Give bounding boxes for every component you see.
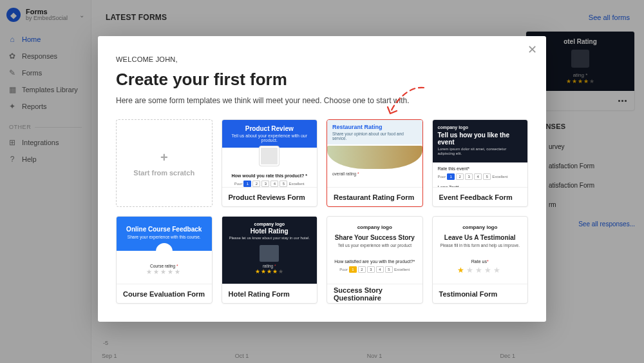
image-icon <box>260 146 279 166</box>
image-icon <box>156 243 173 260</box>
card-label: Course Evaluation Form <box>117 284 212 303</box>
card-label: Event Feedback Form <box>433 187 528 206</box>
annotation-arrow-icon <box>385 85 430 121</box>
preview-title: Tell us how you like the event <box>438 132 523 146</box>
template-success-story[interactable]: company logo Share Your Success Story Te… <box>327 216 423 304</box>
preview-question: rating <box>263 264 276 268</box>
preview-logo: company logo <box>438 125 523 130</box>
preview-title: Hotel Rating <box>226 228 314 235</box>
preview-question: Long Text* <box>433 180 464 187</box>
scratch-label: Start from scratch <box>133 169 194 177</box>
preview-title: Leave Us A Testimonial <box>438 234 523 241</box>
excellent-label: Excellent <box>289 181 304 187</box>
image-icon <box>260 245 279 262</box>
card-label: Product Reviews Form <box>222 187 317 206</box>
preview-subtitle: Share your opinion about our food and se… <box>332 132 417 141</box>
preview-subtitle: Tell us your experience with our product <box>332 243 417 248</box>
preview-question: Rate us <box>471 259 489 264</box>
preview-logo: company logo <box>226 222 314 226</box>
preview-title: Online Course Feedback <box>120 226 208 233</box>
rating-bar: Poor 12345 Excellent <box>234 181 305 187</box>
preview-logo: company logo <box>332 224 417 230</box>
stars-icon: ★★★★★ <box>255 268 284 275</box>
preview-title: Share Your Success Story <box>332 234 417 241</box>
onboarding-modal: ✕ WELCOME JOHN, Create your first form H… <box>98 36 546 322</box>
template-testimonial[interactable]: company logo Leave Us A Testimonial Plea… <box>432 216 529 304</box>
card-label: Testimonial Form <box>433 284 528 303</box>
template-product-reviews[interactable]: Product Review Tell us about your experi… <box>222 119 318 207</box>
preview-title: Product Review <box>226 125 314 132</box>
card-label: Success Story Questionnaire <box>327 284 422 303</box>
preview-logo: company logo <box>438 224 523 230</box>
food-image-icon <box>327 146 422 169</box>
preview-question: How would you rate this product? * <box>232 173 307 178</box>
close-icon[interactable]: ✕ <box>527 43 537 57</box>
template-grid: + Start from scratch Product Review Tell… <box>116 119 528 304</box>
preview-question: overall rating <box>327 172 359 176</box>
welcome-text: WELCOME JOHN, <box>116 55 528 63</box>
start-from-scratch-card[interactable]: + Start from scratch <box>116 119 213 207</box>
template-course-evaluation[interactable]: Online Course Feedback Share your experi… <box>116 216 213 304</box>
card-label: Restaurant Rating Form <box>327 187 422 206</box>
template-restaurant-rating[interactable]: Restaurant Rating Share your opinion abo… <box>327 119 423 207</box>
template-hotel-rating[interactable]: company logo Hotel Rating Please let us … <box>222 216 318 304</box>
card-label: Hotel Rating Form <box>222 284 317 303</box>
preview-subtitle: Please fill in this form and help us imp… <box>438 243 523 248</box>
preview-subtitle: Tell us about your experience with our p… <box>226 133 314 142</box>
template-event-feedback[interactable]: company logo Tell us how you like the ev… <box>432 119 529 207</box>
preview-title: Restaurant Rating <box>332 124 417 130</box>
rating-bar: Poor 12345 Excellent <box>339 266 410 273</box>
modal-title: Create your first form <box>116 70 528 90</box>
modal-subtitle: Here are some form templates we think wi… <box>116 96 528 105</box>
preview-question: Course rating <box>150 264 178 268</box>
preview-subtitle: Share your experience with this course. <box>120 235 208 239</box>
stars-icon: ★★★★★ <box>146 268 182 275</box>
preview-question: Rate this event* <box>433 162 528 171</box>
preview-subtitle: Please let us know about your stay in ou… <box>226 236 314 240</box>
preview-question: How satisfied are you with the product?* <box>334 259 415 264</box>
plus-icon: + <box>160 150 168 165</box>
preview-subtitle: Lorem ipsum dolor sit amet, consectetur … <box>438 147 523 156</box>
poor-label: Poor <box>234 181 243 187</box>
stars-icon: ★★★★★ <box>457 266 502 275</box>
